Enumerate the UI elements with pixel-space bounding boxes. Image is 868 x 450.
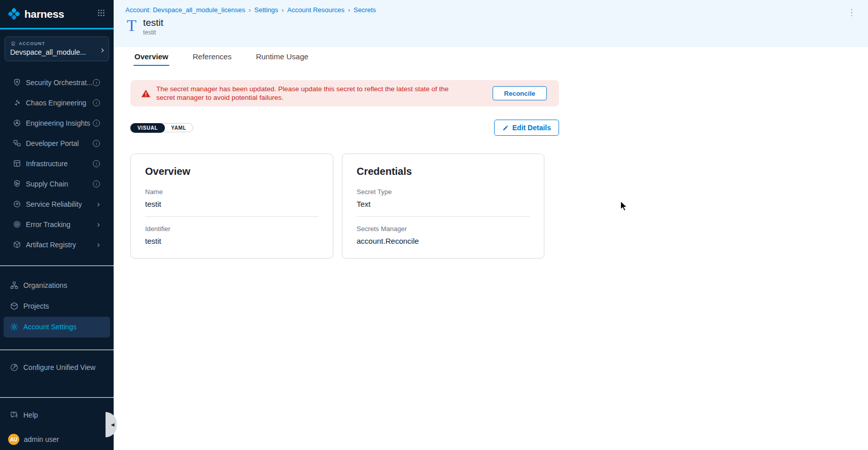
credentials-card: Credentials Secret Type Text Secrets Man…	[342, 154, 544, 258]
page-title: testit	[143, 17, 163, 28]
info-icon[interactable]: i	[93, 180, 100, 188]
card-title: Overview	[145, 166, 319, 177]
sidebar-item-label: Infrastructure	[26, 160, 67, 168]
sidebar-item-label: Account Settings	[23, 323, 77, 331]
reliability-gauge-icon	[13, 200, 21, 208]
developer-portal-icon	[13, 139, 21, 147]
toggle-visual[interactable]: VISUAL	[130, 123, 165, 133]
page-header: Account: Devspace_all_module_licenses › …	[114, 0, 868, 47]
kebab-menu-icon[interactable]: ⋮	[844, 6, 859, 19]
page-subtitle: testit	[143, 29, 163, 36]
card-divider	[357, 216, 530, 217]
supply-chain-icon	[13, 179, 21, 188]
info-icon[interactable]: i	[93, 99, 100, 106]
account-layers-icon	[10, 41, 16, 47]
sidebar-item-engineering-insights[interactable]: Engineering Insights i	[0, 113, 114, 133]
breadcrumb-link-secrets[interactable]: Secrets	[354, 6, 376, 14]
field-identifier: Identifier testit	[145, 225, 319, 245]
sidebar-item-account-settings[interactable]: Account Settings	[4, 317, 110, 338]
reconcile-button[interactable]: Reconcile	[493, 86, 547, 100]
tabs-bar: Overview References Runtime Usage	[114, 47, 868, 66]
gear-icon	[10, 322, 19, 331]
tab-overview[interactable]: Overview	[122, 47, 181, 66]
sidebar-item-label: Engineering Insights	[26, 119, 90, 127]
field-value: Text	[357, 200, 530, 208]
info-icon[interactable]: i	[93, 120, 100, 127]
sidebar-item-label: Projects	[23, 302, 49, 310]
sidebar-item-service-reliability[interactable]: Service Reliability ›	[0, 194, 114, 214]
breadcrumb-link-account-resources[interactable]: Account Resources	[287, 6, 344, 14]
sidebar: harness ACCOUNT Devspace_all_module... ›	[0, 0, 114, 450]
harness-logo-icon	[7, 7, 21, 21]
pencil-icon	[502, 125, 509, 131]
chevron-right-icon: ›	[101, 45, 104, 54]
breadcrumb-link-settings[interactable]: Settings	[254, 6, 278, 14]
sidebar-item-error-tracking[interactable]: Error Tracking ›	[0, 214, 114, 235]
sidebar-item-security-orchestration[interactable]: Security Orchestrat... i	[0, 72, 114, 93]
tab-references[interactable]: References	[181, 47, 244, 66]
module-nav: Security Orchestrat... i Chaos Engineeri…	[0, 72, 114, 255]
sidebar-item-developer-portal[interactable]: Developer Portal i	[0, 133, 114, 154]
sidebar-divider	[0, 349, 114, 350]
organizations-icon	[10, 281, 19, 290]
harness-logo[interactable]: harness	[7, 7, 64, 21]
sidebar-item-label: Security Orchestrat...	[26, 79, 92, 87]
sidebar-divider	[0, 397, 114, 398]
account-name: Devspace_all_module...	[10, 48, 103, 56]
field-secret-type: Secret Type Text	[357, 188, 530, 208]
sidebar-item-supply-chain[interactable]: Supply Chain i	[0, 174, 114, 194]
collapse-arrow-icon: ◀	[111, 422, 115, 427]
warning-message: The secret manager has been updated. Ple…	[156, 85, 461, 102]
breadcrumb: Account: Devspace_all_module_licenses › …	[125, 6, 868, 14]
chevron-right-icon: ›	[97, 221, 100, 228]
user-name: admin user	[24, 435, 59, 443]
sidebar-item-artifact-registry[interactable]: Artifact Registry ›	[0, 235, 114, 255]
main-area: Account: Devspace_all_module_licenses › …	[114, 0, 868, 450]
field-label: Secrets Manager	[357, 225, 530, 233]
sidebar-item-chaos-engineering[interactable]: Chaos Engineering i	[0, 93, 114, 113]
sidebar-item-projects[interactable]: Projects	[0, 296, 114, 317]
help-chat-icon: ?	[10, 410, 19, 420]
info-icon[interactable]: i	[93, 160, 100, 167]
field-name: Name testit	[145, 188, 319, 208]
brand-name: harness	[24, 8, 64, 20]
overview-card: Overview Name testit Identifier testit	[130, 154, 333, 258]
tab-runtime-usage[interactable]: Runtime Usage	[244, 47, 320, 66]
sidebar-item-help[interactable]: ? Help	[0, 404, 114, 425]
field-secrets-manager: Secrets Manager account.Reconcile	[357, 225, 530, 245]
avatar: AU	[8, 434, 19, 445]
app-grid-icon[interactable]	[97, 9, 106, 19]
field-value: testit	[145, 200, 319, 208]
breadcrumb-link-account[interactable]: Account: Devspace_all_module_licenses	[125, 6, 245, 14]
accent-divider	[0, 28, 114, 29]
field-value: account.Reconcile	[357, 237, 530, 245]
info-icon[interactable]: i	[93, 79, 100, 86]
sidebar-item-user[interactable]: AU admin user	[0, 429, 114, 450]
sidebar-item-infrastructure[interactable]: Infrastructure i	[0, 154, 114, 174]
warning-triangle-icon	[141, 89, 151, 98]
configure-wrench-icon	[10, 363, 19, 372]
chevron-right-icon: ›	[97, 201, 100, 208]
sidebar-item-label: Supply Chain	[26, 180, 68, 188]
chevron-right-icon: ›	[97, 241, 100, 248]
edit-details-button[interactable]: Edit Details	[494, 120, 559, 136]
field-value: testit	[145, 237, 319, 245]
chaos-icon	[13, 98, 21, 107]
sidebar-item-label: Chaos Engineering	[26, 99, 86, 107]
field-label: Secret Type	[357, 188, 530, 196]
info-icon[interactable]: i	[93, 140, 100, 147]
general-nav: Organizations Projects Account Settings	[0, 275, 114, 338]
breadcrumb-separator-icon: ›	[282, 7, 284, 14]
account-selector[interactable]: ACCOUNT Devspace_all_module... ›	[5, 36, 109, 61]
sidebar-item-configure-unified-view[interactable]: Configure Unified View	[0, 357, 114, 378]
sidebar-item-organizations[interactable]: Organizations	[0, 275, 114, 296]
warning-banner: The secret manager has been updated. Ple…	[130, 80, 559, 106]
toggle-yaml[interactable]: YAML	[164, 123, 193, 132]
artifact-package-icon	[13, 240, 21, 249]
card-divider	[145, 216, 319, 217]
sidebar-item-label: Help	[23, 411, 38, 419]
svg-text:?: ?	[13, 412, 15, 416]
sidebar-item-label: Artifact Registry	[26, 241, 76, 249]
sidebar-divider	[0, 265, 114, 266]
breadcrumb-separator-icon: ›	[249, 7, 251, 14]
